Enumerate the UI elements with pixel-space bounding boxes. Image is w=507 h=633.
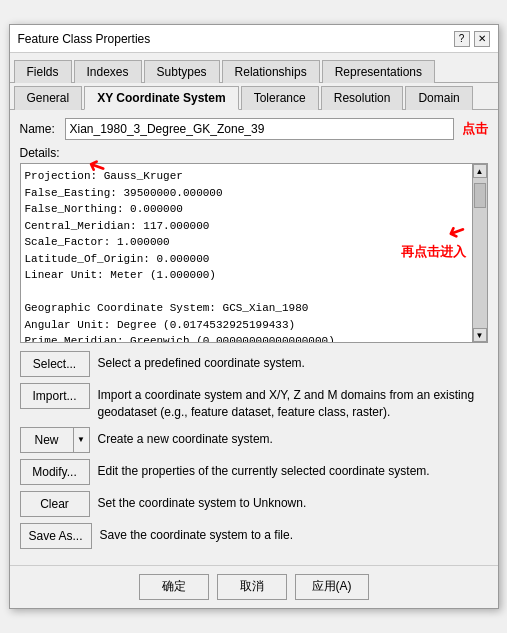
action-row-modify: Modify... Edit the properties of the cur… — [20, 459, 488, 485]
tab-relationships[interactable]: Relationships — [222, 60, 320, 83]
name-input[interactable] — [65, 118, 454, 140]
clear-description: Set the coordinate system to Unknown. — [98, 491, 307, 512]
footer: 确定 取消 应用(A) — [10, 565, 498, 608]
feature-class-properties-dialog: Feature Class Properties ? ✕ Fields Inde… — [9, 24, 499, 609]
title-controls: ? ✕ — [454, 31, 490, 47]
scroll-track[interactable] — [473, 178, 487, 328]
tab-domain[interactable]: Domain — [405, 86, 472, 110]
action-row-import: Import... Import a coordinate system and… — [20, 383, 488, 421]
scroll-down[interactable]: ▼ — [473, 328, 487, 342]
dialog-title: Feature Class Properties — [18, 32, 151, 46]
action-row-select: Select... Select a predefined coordinate… — [20, 351, 488, 377]
new-description: Create a new coordinate system. — [98, 427, 273, 448]
scrollbar[interactable]: ▲ ▼ — [472, 163, 488, 343]
tabs-row1: Fields Indexes Subtypes Relationships Re… — [10, 53, 498, 83]
apply-button[interactable]: 应用(A) — [295, 574, 369, 600]
action-row-clear: Clear Set the coordinate system to Unkno… — [20, 491, 488, 517]
new-dropdown-arrow[interactable]: ▼ — [73, 428, 89, 452]
action-row-new: New ▼ Create a new coordinate system. — [20, 427, 488, 453]
tab-xy-coordinate[interactable]: XY Coordinate System — [84, 86, 238, 110]
tab-general[interactable]: General — [14, 86, 83, 110]
scroll-thumb — [474, 183, 486, 208]
name-section: Name: 点击 — [20, 118, 488, 140]
details-wrapper: Projection: Gauss_Kruger False_Easting: … — [20, 163, 488, 343]
saveas-description: Save the coordinate system to a file. — [100, 523, 293, 544]
import-button[interactable]: Import... — [20, 383, 90, 409]
tab-subtypes[interactable]: Subtypes — [144, 60, 220, 83]
tab-representations[interactable]: Representations — [322, 60, 435, 83]
tabs-row2: General XY Coordinate System Tolerance R… — [10, 83, 498, 110]
modify-description: Edit the properties of the currently sel… — [98, 459, 430, 480]
clear-button[interactable]: Clear — [20, 491, 90, 517]
new-button[interactable]: New — [21, 428, 73, 452]
name-label: Name: — [20, 122, 65, 136]
ok-button[interactable]: 确定 — [139, 574, 209, 600]
modify-button[interactable]: Modify... — [20, 459, 90, 485]
annotation-click: 点击 — [462, 120, 488, 138]
import-description: Import a coordinate system and X/Y, Z an… — [98, 383, 488, 421]
tab-tolerance[interactable]: Tolerance — [241, 86, 319, 110]
tab-resolution[interactable]: Resolution — [321, 86, 404, 110]
name-row: Name: 点击 — [20, 118, 488, 140]
close-button[interactable]: ✕ — [474, 31, 490, 47]
actions-section: Select... Select a predefined coordinate… — [20, 351, 488, 549]
help-button[interactable]: ? — [454, 31, 470, 47]
content-area: Name: 点击 Details: Projection: Gauss_Krug… — [10, 110, 498, 557]
tab-indexes[interactable]: Indexes — [74, 60, 142, 83]
select-description: Select a predefined coordinate system. — [98, 351, 305, 372]
new-button-wrapper[interactable]: New ▼ — [20, 427, 90, 453]
cancel-button[interactable]: 取消 — [217, 574, 287, 600]
scroll-up[interactable]: ▲ — [473, 164, 487, 178]
tab-fields[interactable]: Fields — [14, 60, 72, 83]
title-bar: Feature Class Properties ? ✕ — [10, 25, 498, 53]
select-button[interactable]: Select... — [20, 351, 90, 377]
save-as-button[interactable]: Save As... — [20, 523, 92, 549]
action-row-saveas: Save As... Save the coordinate system to… — [20, 523, 488, 549]
